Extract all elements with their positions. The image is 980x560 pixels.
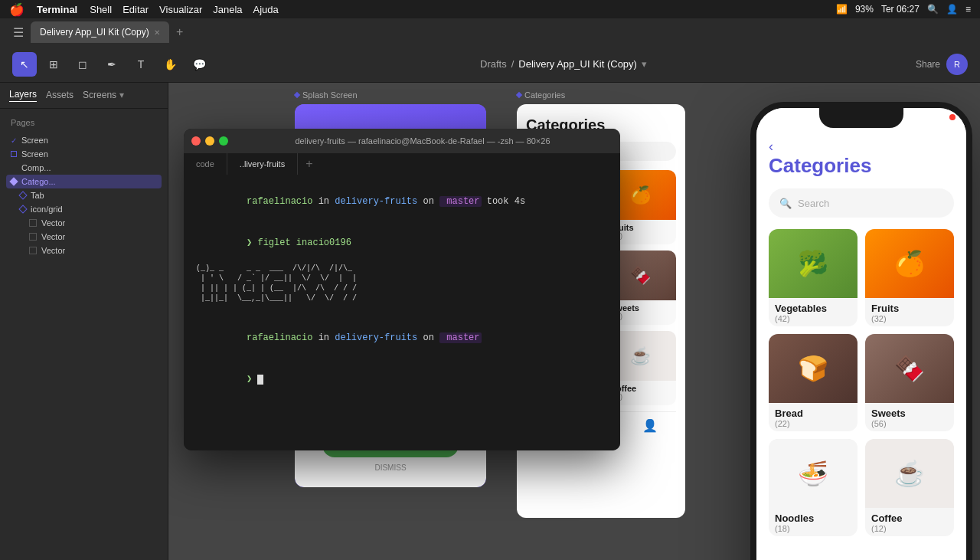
terminal-cursor: [257, 375, 263, 385]
text-tool[interactable]: T: [129, 52, 153, 77]
phone-noodles-count: (18): [775, 524, 851, 533]
menu-ajuda[interactable]: Ajuda: [253, 4, 279, 15]
terminal-figlet-1: (_)_ _ _ _ ___ /\/|/\ /|/\_: [191, 264, 612, 273]
screens-tab[interactable]: Screens ▾: [83, 90, 124, 102]
phone-bread-count: (22): [775, 419, 851, 428]
phone-search-placeholder: Search: [798, 198, 829, 209]
phone-fruits-name: Fruits: [871, 303, 948, 314]
toolbar-left: ↖ ⊞ ◻ ✒ T ✋ 💬: [12, 52, 211, 77]
terminal-maximize-btn[interactable]: [219, 136, 228, 146]
splash-frame-label: Splash Screen: [295, 90, 486, 100]
terminal-line-1: rafaelinacio in delivery-fruits on maste…: [191, 181, 612, 222]
path-separator: /: [511, 58, 514, 70]
sidebar-item-tab[interactable]: Tab: [6, 188, 162, 202]
phone-mockup: ‹ Categories 🔍 Search 🥦 Vegetables (42): [750, 102, 972, 560]
phone-coffee-name: Coffee: [871, 513, 948, 524]
menu-visualizar[interactable]: Visualizar: [159, 4, 202, 15]
select-tool[interactable]: ↖: [12, 52, 37, 77]
phone-cat-bread[interactable]: 🍞 Bread (22): [769, 334, 858, 431]
new-tab-button[interactable]: +: [172, 25, 188, 40]
sidebar-item-icon-grid[interactable]: icon/grid: [6, 202, 162, 216]
frame-tool[interactable]: ⊞: [41, 52, 66, 77]
phone-camera: [949, 114, 956, 120]
phone-fruits-count: (32): [871, 314, 948, 323]
app-name[interactable]: Terminal: [37, 4, 77, 15]
terminal-line-empty: [191, 303, 612, 317]
sidebar-item-categories[interactable]: Catego...: [6, 175, 162, 188]
terminal-body[interactable]: rafaelinacio in delivery-fruits on maste…: [184, 175, 620, 450]
terminal-figlet-2: | ' \ / _` |/ __|| \/ \/ | |: [191, 273, 612, 283]
tab-label: Delivery App_UI Kit (Copy): [40, 27, 149, 38]
share-btn[interactable]: Share: [916, 59, 940, 70]
menu-janela[interactable]: Janela: [213, 4, 242, 15]
phone-cat-vegetables[interactable]: 🥦 Vegetables (42): [769, 229, 858, 326]
dismiss-text[interactable]: DISMISS: [374, 463, 406, 472]
user-avatar-btn[interactable]: R: [946, 54, 968, 75]
phone-veg-count: (42): [775, 314, 851, 323]
clock: Ter 06:27: [881, 4, 920, 15]
terminal-titlebar: delivery-fruits — rafaelinacio@MacBook-d…: [184, 129, 620, 153]
phone-categories-grid: 🥦 Vegetables (42) 🍊 Fruits (32): [769, 229, 954, 536]
active-tab[interactable]: Delivery App_UI Kit (Copy) ✕: [31, 21, 169, 43]
toolbar: ↖ ⊞ ◻ ✒ T ✋ 💬 Drafts / Delivery App_UI K…: [0, 46, 980, 83]
drafts-label: Drafts: [480, 58, 507, 70]
sidebar-tabs: Layers Assets Screens ▾: [0, 83, 168, 109]
phone-search-bar[interactable]: 🔍 Search: [769, 188, 954, 218]
comment-tool[interactable]: 💬: [187, 52, 211, 77]
phone-screen: ‹ Categories 🔍 Search 🥦 Vegetables (42): [756, 108, 966, 560]
terminal-tab-code[interactable]: code: [184, 153, 227, 175]
layers-tab[interactable]: Layers: [9, 89, 37, 102]
sidebar-item-screen2[interactable]: Screen: [6, 147, 162, 161]
phone-back-button[interactable]: ‹: [769, 139, 773, 155]
menu-editar[interactable]: Editar: [122, 4, 149, 15]
phone-notch: [819, 108, 903, 128]
phone-fruits-image: 🍊: [865, 229, 954, 298]
nav-user-icon[interactable]: 👤: [642, 418, 658, 433]
sidebar-item-vector3[interactable]: Vector: [6, 244, 162, 257]
phone-cat-fruits[interactable]: 🍊 Fruits (32): [865, 229, 954, 326]
terminal-prompt-line: ❯: [191, 359, 612, 400]
phone-sweets-name: Sweets: [871, 408, 948, 419]
sidebar-item-vector1[interactable]: Vector: [6, 216, 162, 230]
terminal-title: delivery-fruits — rafaelinacio@MacBook-d…: [233, 136, 612, 146]
sidebar-item-screen1[interactable]: ✓ Screen: [6, 133, 162, 147]
phone-bread-label: Bread (22): [769, 403, 858, 431]
menu-bar-right: 📶 93% Ter 06:27 🔍 👤 ≡: [836, 4, 971, 15]
terminal-figlet-4: |_||_| \__,_|\___|| \/ \/ / /: [191, 293, 612, 303]
menu-icon[interactable]: ≡: [965, 4, 971, 15]
phone-cat-sweets[interactable]: 🍫 Sweets (56): [865, 334, 954, 431]
assets-tab[interactable]: Assets: [46, 90, 74, 102]
phone-coffee-count: (12): [871, 524, 948, 533]
terminal-tab-fruits[interactable]: ..livery-fruits: [227, 153, 298, 175]
tab-close-icon[interactable]: ✕: [154, 28, 160, 37]
apple-menu[interactable]: 🍎: [9, 2, 24, 17]
phone-coffee-image: ☕: [865, 439, 954, 508]
phone-cat-noodles[interactable]: 🍜 Noodles (18): [769, 439, 858, 536]
phone-cat-coffee[interactable]: ☕ Coffee (12): [865, 439, 954, 536]
terminal-close-btn[interactable]: [191, 136, 201, 146]
menu-bar: 🍎 Terminal Shell Editar Visualizar Janel…: [0, 0, 980, 18]
sidebar-item-comp[interactable]: Comp...: [6, 161, 162, 175]
menu-shell[interactable]: Shell: [90, 4, 112, 15]
file-dropdown-icon[interactable]: ▾: [642, 58, 647, 70]
canvas-area: ☰ Delivery App_UI Kit (Copy) ✕ + ↖ ⊞ ◻ ✒…: [0, 18, 980, 560]
terminal-minimize-btn[interactable]: [205, 136, 214, 146]
menu-items: Shell Editar Visualizar Janela Ajuda: [90, 4, 279, 15]
phone-veg-name: Vegetables: [775, 303, 851, 314]
phone-veg-label: Vegetables (42): [769, 298, 858, 326]
terminal-new-tab[interactable]: +: [298, 157, 320, 171]
sidebar: Layers Assets Screens ▾ Pages ✓ Screen S…: [0, 83, 168, 560]
shape-tool[interactable]: ◻: [70, 52, 95, 77]
search-icon[interactable]: 🔍: [927, 4, 939, 15]
phone-bread-image: 🍞: [769, 334, 858, 403]
file-name[interactable]: Delivery App_UI Kit (Copy): [518, 58, 637, 70]
pen-tool[interactable]: ✒: [100, 52, 124, 77]
terminal-window[interactable]: delivery-fruits — rafaelinacio@MacBook-d…: [184, 129, 620, 450]
phone-sweets-count: (56): [871, 419, 948, 428]
pages-label: Pages: [6, 115, 162, 133]
phone-search-icon: 🔍: [779, 198, 792, 209]
phone-coffee-label: Coffee (12): [865, 508, 954, 536]
hand-tool[interactable]: ✋: [158, 52, 182, 77]
sidebar-item-vector2[interactable]: Vector: [6, 230, 162, 244]
sidebar-toggle[interactable]: ☰: [6, 20, 31, 44]
